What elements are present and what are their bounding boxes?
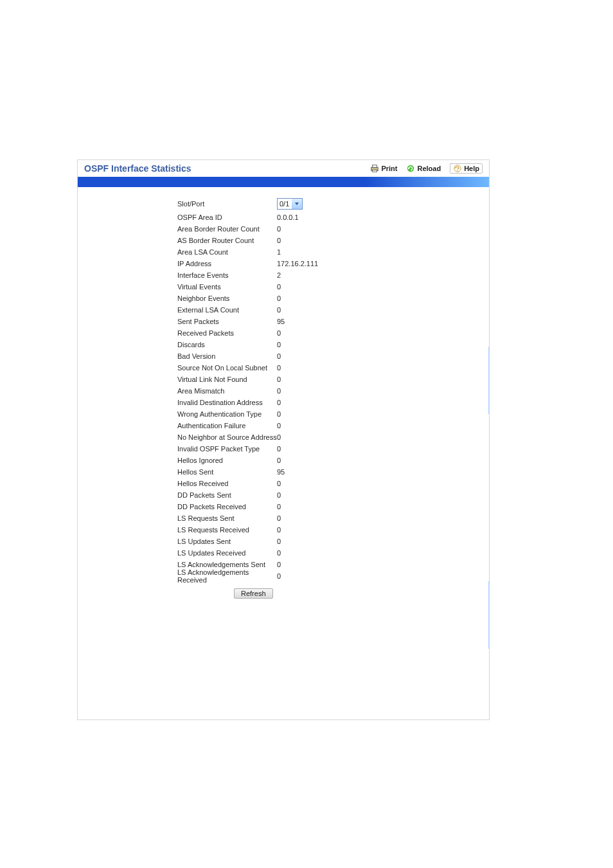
row-value: 0	[277, 387, 405, 395]
reload-label: Reload	[417, 165, 441, 172]
row-value: 0/1	[277, 198, 405, 210]
select-value: 0/1	[280, 200, 292, 208]
row-label: Hellos Sent	[177, 468, 277, 476]
table-row: External LSA Count0	[78, 304, 489, 316]
row-label: Hellos Ignored	[177, 457, 277, 464]
row-label: Hellos Received	[177, 480, 277, 487]
help-label: Help	[464, 165, 479, 172]
panel: OSPF Interface Statistics Print Reload	[77, 159, 490, 720]
table-row: Authentication Failure0	[78, 420, 489, 431]
table-row: LS Acknowledgements Sent0	[78, 559, 489, 570]
row-value: 95	[277, 468, 405, 476]
row-value: 0	[277, 538, 405, 545]
row-value: 0	[277, 410, 405, 418]
row-value: 0	[277, 503, 405, 511]
table-row: Discards0	[78, 339, 489, 350]
row-value: 0	[277, 364, 405, 372]
row-value: 0	[277, 422, 405, 429]
row-value: 0	[277, 352, 405, 360]
panel-header: OSPF Interface Statistics Print Reload	[78, 160, 489, 177]
help-icon	[453, 164, 462, 173]
row-label: AS Border Router Count	[177, 237, 277, 244]
row-value: 0	[277, 237, 405, 244]
table-row: Hellos Sent95	[78, 466, 489, 478]
table-row: Wrong Authentication Type0	[78, 408, 489, 420]
row-value: 2	[277, 271, 405, 279]
row-value: 95	[277, 318, 405, 325]
row-label: LS Requests Sent	[177, 514, 277, 522]
header-band	[78, 177, 489, 187]
svg-rect-1	[373, 165, 377, 168]
row-label: Discards	[177, 341, 277, 348]
help-button[interactable]: Help	[450, 163, 483, 174]
svg-point-6	[457, 170, 458, 171]
table-row: DD Packets Sent0	[78, 489, 489, 501]
print-label: Print	[381, 165, 397, 172]
svg-marker-7	[295, 203, 299, 205]
table-row: Virtual Events0	[78, 281, 489, 293]
row-label: Interface Events	[177, 271, 277, 279]
chevron-down-icon	[292, 199, 302, 209]
page-title: OSPF Interface Statistics	[84, 163, 364, 174]
printer-icon	[370, 164, 379, 173]
table-row: Interface Events2	[78, 269, 489, 281]
row-value: 0	[277, 433, 405, 441]
row-value: 0	[277, 375, 405, 383]
row-label: LS Updates Received	[177, 549, 277, 557]
table-row: DD Packets Received0	[78, 501, 489, 512]
row-label: Virtual Link Not Found	[177, 375, 277, 383]
row-label: OSPF Area ID	[177, 213, 277, 221]
scrollbar-hint-2	[488, 581, 490, 649]
table-row: LS Updates Received0	[78, 547, 489, 559]
row-value: 0	[277, 514, 405, 522]
table-row: Neighbor Events0	[78, 293, 489, 304]
row-value: 0	[277, 549, 405, 557]
table-row: Invalid Destination Address0	[78, 397, 489, 408]
row-label: LS Acknowledgements Received	[177, 568, 277, 584]
row-label: DD Packets Received	[177, 503, 277, 511]
row-value: 0	[277, 341, 405, 348]
table-row: Area LSA Count1	[78, 246, 489, 258]
row-label: Area Border Router Count	[177, 225, 277, 233]
row-label: LS Requests Received	[177, 526, 277, 534]
reload-button[interactable]: Reload	[406, 164, 441, 173]
row-label: Area Mismatch	[177, 387, 277, 395]
table-row: AS Border Router Count0	[78, 235, 489, 246]
row-value: 0	[277, 306, 405, 314]
slot-port-select[interactable]: 0/1	[277, 198, 303, 210]
row-label: IP Address	[177, 260, 277, 267]
table-row: LS Acknowledgements Received0	[78, 570, 489, 582]
row-value: 0	[277, 572, 405, 580]
row-label: LS Acknowledgements Sent	[177, 561, 277, 568]
row-label: Slot/Port	[177, 200, 277, 208]
refresh-button[interactable]: Refresh	[234, 588, 273, 599]
row-value: 1	[277, 248, 405, 256]
row-label: Invalid Destination Address	[177, 399, 277, 406]
table-row: Hellos Ignored0	[78, 455, 489, 466]
row-label: Authentication Failure	[177, 422, 277, 429]
table-row: OSPF Area ID0.0.0.1	[78, 212, 489, 223]
row-label: DD Packets Sent	[177, 491, 277, 499]
row-value: 0.0.0.1	[277, 213, 405, 221]
content-area: Slot/Port0/1OSPF Area ID0.0.0.1Area Bord…	[78, 187, 489, 606]
row-value: 0	[277, 329, 405, 337]
print-button[interactable]: Print	[370, 164, 397, 173]
table-row: Bad Version0	[78, 350, 489, 362]
reload-icon	[406, 164, 415, 173]
table-row: Area Mismatch0	[78, 385, 489, 397]
table-row: Virtual Link Not Found0	[78, 374, 489, 385]
row-label: Area LSA Count	[177, 248, 277, 256]
scrollbar-hint-1	[488, 347, 490, 414]
table-row: LS Requests Received0	[78, 524, 489, 536]
row-value: 0	[277, 445, 405, 453]
row-value: 0	[277, 225, 405, 233]
table-row: LS Requests Sent0	[78, 512, 489, 524]
row-label: Sent Packets	[177, 318, 277, 325]
table-row: Hellos Received0	[78, 478, 489, 489]
row-label: Virtual Events	[177, 283, 277, 291]
row-label: Bad Version	[177, 352, 277, 360]
table-row: LS Updates Sent0	[78, 536, 489, 547]
row-label: Wrong Authentication Type	[177, 410, 277, 418]
row-value: 0	[277, 294, 405, 302]
row-label: LS Updates Sent	[177, 538, 277, 545]
